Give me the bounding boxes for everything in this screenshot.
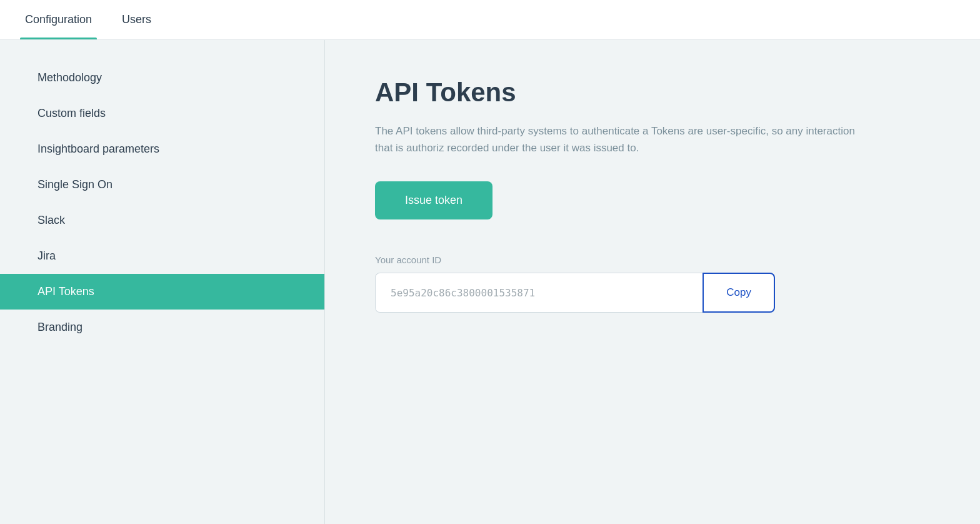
account-id-label: Your account ID bbox=[375, 254, 930, 265]
main-content: Methodology Custom fields Insightboard p… bbox=[0, 40, 980, 524]
sidebar-item-custom-fields[interactable]: Custom fields bbox=[0, 96, 324, 131]
main-panel: API Tokens The API tokens allow third-pa… bbox=[325, 40, 980, 524]
account-id-row: Copy bbox=[375, 273, 775, 313]
account-id-input[interactable] bbox=[375, 273, 702, 313]
account-id-section: Your account ID Copy bbox=[375, 254, 930, 313]
tab-users[interactable]: Users bbox=[117, 0, 156, 39]
sidebar-item-insightboard-parameters[interactable]: Insightboard parameters bbox=[0, 131, 324, 167]
sidebar-item-slack[interactable]: Slack bbox=[0, 203, 324, 238]
sidebar-item-api-tokens[interactable]: API Tokens bbox=[0, 274, 324, 310]
top-nav: Configuration Users bbox=[0, 0, 980, 40]
sidebar-item-methodology[interactable]: Methodology bbox=[0, 60, 324, 96]
sidebar-item-jira[interactable]: Jira bbox=[0, 238, 324, 274]
tab-configuration[interactable]: Configuration bbox=[20, 0, 97, 39]
page-title: API Tokens bbox=[375, 78, 930, 108]
issue-token-button[interactable]: Issue token bbox=[375, 181, 492, 219]
sidebar: Methodology Custom fields Insightboard p… bbox=[0, 40, 325, 524]
copy-button[interactable]: Copy bbox=[702, 273, 775, 313]
sidebar-item-branding[interactable]: Branding bbox=[0, 310, 324, 345]
sidebar-item-single-sign-on[interactable]: Single Sign On bbox=[0, 167, 324, 203]
panel-description: The API tokens allow third-party systems… bbox=[375, 123, 862, 156]
